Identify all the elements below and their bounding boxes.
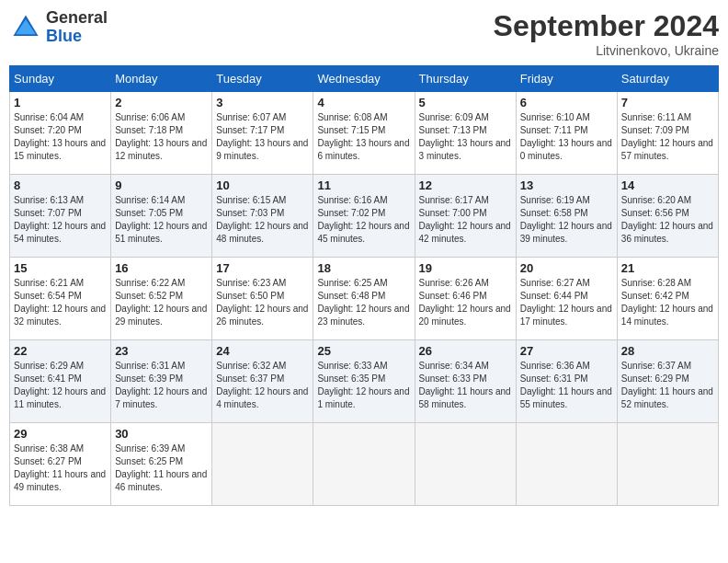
week-row-1: 1 Sunrise: 6:04 AM Sunset: 7:20 PM Dayli… bbox=[10, 92, 719, 175]
day-number: 2 bbox=[115, 96, 208, 109]
day-info: Sunrise: 6:26 AM Sunset: 6:46 PM Dayligh… bbox=[419, 277, 512, 328]
day-number: 15 bbox=[14, 261, 107, 275]
day-number: 22 bbox=[14, 344, 107, 358]
day-info: Sunrise: 6:29 AM Sunset: 6:41 PM Dayligh… bbox=[14, 360, 107, 411]
day-number: 13 bbox=[520, 178, 613, 192]
day-info: Sunrise: 6:25 AM Sunset: 6:48 PM Dayligh… bbox=[317, 277, 410, 328]
calendar-cell: 8 Sunrise: 6:13 AM Sunset: 7:07 PM Dayli… bbox=[10, 175, 111, 258]
week-row-3: 15 Sunrise: 6:21 AM Sunset: 6:54 PM Dayl… bbox=[10, 258, 719, 340]
day-number: 17 bbox=[216, 261, 309, 275]
day-info: Sunrise: 6:08 AM Sunset: 7:15 PM Dayligh… bbox=[317, 111, 410, 163]
day-number: 4 bbox=[317, 96, 410, 109]
col-sunday: Sunday bbox=[10, 66, 111, 92]
calendar-cell: 28 Sunrise: 6:37 AM Sunset: 6:29 PM Dayl… bbox=[617, 340, 718, 423]
day-number: 3 bbox=[216, 96, 309, 109]
day-info: Sunrise: 6:37 AM Sunset: 6:29 PM Dayligh… bbox=[621, 360, 714, 411]
calendar-cell: 2 Sunrise: 6:06 AM Sunset: 7:18 PM Dayli… bbox=[111, 92, 212, 175]
day-info: Sunrise: 6:13 AM Sunset: 7:07 PM Dayligh… bbox=[14, 194, 107, 246]
day-number: 8 bbox=[14, 178, 107, 192]
calendar-cell: 4 Sunrise: 6:08 AM Sunset: 7:15 PM Dayli… bbox=[313, 92, 415, 175]
day-info: Sunrise: 6:09 AM Sunset: 7:13 PM Dayligh… bbox=[419, 111, 512, 163]
day-info: Sunrise: 6:15 AM Sunset: 7:03 PM Dayligh… bbox=[216, 194, 309, 246]
calendar-cell: 9 Sunrise: 6:14 AM Sunset: 7:05 PM Dayli… bbox=[111, 175, 212, 258]
day-number: 10 bbox=[216, 178, 309, 192]
calendar-cell: 7 Sunrise: 6:11 AM Sunset: 7:09 PM Dayli… bbox=[617, 92, 718, 175]
calendar-cell: 24 Sunrise: 6:32 AM Sunset: 6:37 PM Dayl… bbox=[212, 340, 313, 423]
day-number: 7 bbox=[621, 96, 714, 109]
calendar-cell: 22 Sunrise: 6:29 AM Sunset: 6:41 PM Dayl… bbox=[10, 340, 111, 423]
day-number: 21 bbox=[621, 261, 714, 275]
day-number: 18 bbox=[317, 261, 410, 275]
week-row-2: 8 Sunrise: 6:13 AM Sunset: 7:07 PM Dayli… bbox=[10, 175, 719, 258]
col-wednesday: Wednesday bbox=[313, 66, 415, 92]
calendar-cell: 18 Sunrise: 6:25 AM Sunset: 6:48 PM Dayl… bbox=[313, 258, 415, 340]
calendar-cell: 5 Sunrise: 6:09 AM Sunset: 7:13 PM Dayli… bbox=[415, 92, 516, 175]
day-number: 27 bbox=[520, 344, 613, 358]
week-row-5: 29 Sunrise: 6:38 AM Sunset: 6:27 PM Dayl… bbox=[10, 423, 719, 506]
calendar-cell: 6 Sunrise: 6:10 AM Sunset: 7:11 PM Dayli… bbox=[516, 92, 617, 175]
weekday-header-row: Sunday Monday Tuesday Wednesday Thursday… bbox=[10, 66, 719, 92]
day-info: Sunrise: 6:34 AM Sunset: 6:33 PM Dayligh… bbox=[419, 360, 512, 411]
calendar-cell: 11 Sunrise: 6:16 AM Sunset: 7:02 PM Dayl… bbox=[313, 175, 415, 258]
day-info: Sunrise: 6:22 AM Sunset: 6:52 PM Dayligh… bbox=[115, 277, 208, 328]
calendar-cell bbox=[516, 423, 617, 506]
calendar-cell: 29 Sunrise: 6:38 AM Sunset: 6:27 PM Dayl… bbox=[10, 423, 111, 506]
calendar-cell: 23 Sunrise: 6:31 AM Sunset: 6:39 PM Dayl… bbox=[111, 340, 212, 423]
logo-blue-text: Blue bbox=[46, 27, 82, 45]
col-friday: Friday bbox=[516, 66, 617, 92]
day-number: 11 bbox=[317, 178, 410, 192]
title-block: September 2024 Litvinenkovo, Ukraine bbox=[494, 9, 719, 58]
day-info: Sunrise: 6:31 AM Sunset: 6:39 PM Dayligh… bbox=[115, 360, 208, 411]
day-number: 16 bbox=[115, 261, 208, 275]
day-number: 5 bbox=[419, 96, 512, 109]
day-number: 25 bbox=[317, 344, 410, 358]
day-info: Sunrise: 6:32 AM Sunset: 6:37 PM Dayligh… bbox=[216, 360, 309, 411]
calendar-cell: 10 Sunrise: 6:15 AM Sunset: 7:03 PM Dayl… bbox=[212, 175, 313, 258]
page-header: General Blue September 2024 Litvinenkovo… bbox=[9, 9, 719, 58]
day-number: 20 bbox=[520, 261, 613, 275]
day-info: Sunrise: 6:19 AM Sunset: 6:58 PM Dayligh… bbox=[520, 194, 613, 246]
calendar-cell: 3 Sunrise: 6:07 AM Sunset: 7:17 PM Dayli… bbox=[212, 92, 313, 175]
day-info: Sunrise: 6:21 AM Sunset: 6:54 PM Dayligh… bbox=[14, 277, 107, 328]
day-number: 26 bbox=[419, 344, 512, 358]
calendar-cell: 15 Sunrise: 6:21 AM Sunset: 6:54 PM Dayl… bbox=[10, 258, 111, 340]
day-info: Sunrise: 6:20 AM Sunset: 6:56 PM Dayligh… bbox=[621, 194, 714, 246]
col-thursday: Thursday bbox=[415, 66, 516, 92]
day-info: Sunrise: 6:28 AM Sunset: 6:42 PM Dayligh… bbox=[621, 277, 714, 328]
calendar-cell: 19 Sunrise: 6:26 AM Sunset: 6:46 PM Dayl… bbox=[415, 258, 516, 340]
calendar-cell: 25 Sunrise: 6:33 AM Sunset: 6:35 PM Dayl… bbox=[313, 340, 415, 423]
day-number: 28 bbox=[621, 344, 714, 358]
calendar-cell: 13 Sunrise: 6:19 AM Sunset: 6:58 PM Dayl… bbox=[516, 175, 617, 258]
calendar-cell: 1 Sunrise: 6:04 AM Sunset: 7:20 PM Dayli… bbox=[10, 92, 111, 175]
day-info: Sunrise: 6:06 AM Sunset: 7:18 PM Dayligh… bbox=[115, 111, 208, 163]
calendar-cell: 26 Sunrise: 6:34 AM Sunset: 6:33 PM Dayl… bbox=[415, 340, 516, 423]
day-info: Sunrise: 6:38 AM Sunset: 6:27 PM Dayligh… bbox=[14, 442, 107, 494]
calendar-cell: 20 Sunrise: 6:27 AM Sunset: 6:44 PM Dayl… bbox=[516, 258, 617, 340]
day-number: 30 bbox=[115, 427, 208, 441]
calendar-cell: 17 Sunrise: 6:23 AM Sunset: 6:50 PM Dayl… bbox=[212, 258, 313, 340]
day-info: Sunrise: 6:39 AM Sunset: 6:25 PM Dayligh… bbox=[115, 442, 208, 494]
col-monday: Monday bbox=[111, 66, 212, 92]
calendar-cell bbox=[617, 423, 718, 506]
day-info: Sunrise: 6:23 AM Sunset: 6:50 PM Dayligh… bbox=[216, 277, 309, 328]
calendar-cell: 30 Sunrise: 6:39 AM Sunset: 6:25 PM Dayl… bbox=[111, 423, 212, 506]
calendar-cell: 21 Sunrise: 6:28 AM Sunset: 6:42 PM Dayl… bbox=[617, 258, 718, 340]
day-info: Sunrise: 6:10 AM Sunset: 7:11 PM Dayligh… bbox=[520, 111, 613, 163]
day-info: Sunrise: 6:11 AM Sunset: 7:09 PM Dayligh… bbox=[621, 111, 714, 163]
calendar-cell: 14 Sunrise: 6:20 AM Sunset: 6:56 PM Dayl… bbox=[617, 175, 718, 258]
day-info: Sunrise: 6:14 AM Sunset: 7:05 PM Dayligh… bbox=[115, 194, 208, 246]
day-number: 9 bbox=[115, 178, 208, 192]
day-number: 1 bbox=[14, 96, 107, 109]
day-info: Sunrise: 6:33 AM Sunset: 6:35 PM Dayligh… bbox=[317, 360, 410, 411]
col-saturday: Saturday bbox=[617, 66, 718, 92]
week-row-4: 22 Sunrise: 6:29 AM Sunset: 6:41 PM Dayl… bbox=[10, 340, 719, 423]
location: Litvinenkovo, Ukraine bbox=[494, 43, 719, 58]
logo-general-text: General bbox=[46, 8, 108, 27]
day-number: 19 bbox=[419, 261, 512, 275]
day-info: Sunrise: 6:04 AM Sunset: 7:20 PM Dayligh… bbox=[14, 111, 107, 163]
day-number: 12 bbox=[419, 178, 512, 192]
day-info: Sunrise: 6:16 AM Sunset: 7:02 PM Dayligh… bbox=[317, 194, 410, 246]
day-info: Sunrise: 6:17 AM Sunset: 7:00 PM Dayligh… bbox=[419, 194, 512, 246]
calendar-cell bbox=[415, 423, 516, 506]
calendar-cell: 27 Sunrise: 6:36 AM Sunset: 6:31 PM Dayl… bbox=[516, 340, 617, 423]
